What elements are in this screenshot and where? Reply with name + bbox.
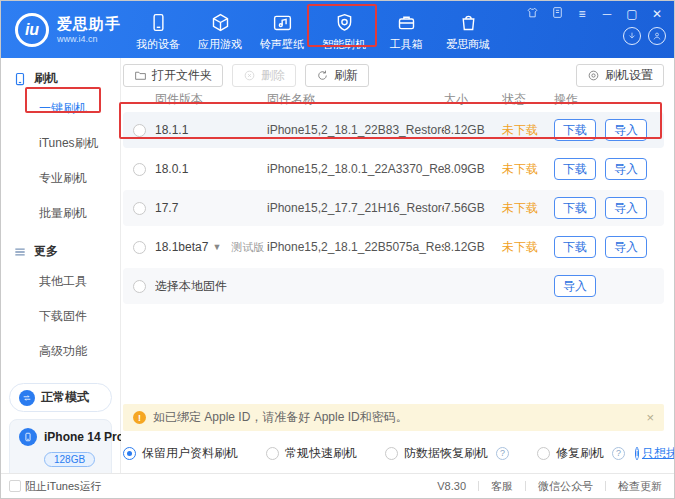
notice-close-icon[interactable]: × [646,410,654,425]
firmware-row[interactable]: 18.1.1 iPhone15,2_18.1_22B83_Restore.ips… [123,112,664,148]
shopping-bag-icon [458,12,479,33]
col-action: 操作 [554,91,658,108]
option-repair-flash[interactable]: 修复刷机 ? [537,445,625,462]
download-manager-icon[interactable] [623,27,641,45]
sidebar-section-flash: 刷机 [1,58,120,91]
nav-smart-flash[interactable]: 智能刷机 [319,8,369,52]
sidebar-item-pro-flash[interactable]: 专业刷机 [1,161,120,196]
firmware-version: 18.1.1 [155,123,267,137]
nav-apps-games[interactable]: 应用游戏 [195,8,245,52]
download-button[interactable]: 下载 [554,236,596,258]
firmware-row[interactable]: 18.0.1 iPhone15,2_18.0.1_22A3370_Restore… [123,151,664,187]
menu-icon[interactable]: ≡ [575,7,589,21]
app-window: iu 爱思助手 www.i4.cn 我的设备 应用游戏 铃声壁纸 智能刷机 [0,0,675,499]
sidebar-section-title: 更多 [34,243,58,260]
row-radio[interactable] [133,280,146,293]
nav-my-device[interactable]: 我的设备 [133,8,183,52]
empty-space [123,304,664,404]
sidebar-item-other-tools[interactable]: 其他工具 [1,264,120,299]
import-button[interactable]: 导入 [605,197,647,219]
nav-label: 铃声壁纸 [260,37,304,52]
divider [525,481,526,491]
option-label: 保留用户资料刷机 [142,445,238,462]
option-keep-user-data[interactable]: 保留用户资料刷机 [123,445,238,462]
support-link[interactable]: 客服 [491,479,513,494]
download-button[interactable]: 下载 [554,197,596,219]
divider [478,481,479,491]
firmware-name: iPhone15,2_17.7_21H16_Restore.ipsw [267,201,444,215]
nav-store[interactable]: 爱思商城 [443,8,493,52]
nav-label: 智能刷机 [322,37,366,52]
device-name: iPhone 14 Pro [44,430,124,444]
erase-only-link[interactable]: 只想抹除数据? [642,445,675,462]
firmware-row[interactable]: 18.1beta7 ▼ 测试版 iPhone15,2_18.1_22B5075a… [123,229,664,265]
music-folder-icon [272,12,293,33]
close-icon[interactable]: ✕ [650,7,664,21]
sidebar-item-batch-flash[interactable]: 批量刷机 [1,196,120,231]
firmware-row[interactable]: 17.7 iPhone15,2_17.7_21H16_Restore.ipsw … [123,190,664,226]
folder-icon [134,69,147,82]
status-bar: 阻止iTunes运行 V8.30 客服 微信公众号 检查更新 [1,473,674,498]
import-button[interactable]: 导入 [605,158,647,180]
account-icon[interactable] [648,27,666,45]
row-radio[interactable] [133,241,146,254]
import-button[interactable]: 导入 [605,236,647,258]
app-version: V8.30 [437,480,466,492]
option-label: 修复刷机 [556,445,604,462]
sidebar-section-more: 更多 [1,231,120,264]
col-size: 大小 [444,91,502,108]
option-anti-data-recovery-flash[interactable]: 防数据恢复刷机 ? [385,445,509,462]
help-icon[interactable]: ? [496,447,509,460]
option-normal-fast-flash[interactable]: 常规快速刷机 [266,445,357,462]
flash-settings-button[interactable]: 刷机设置 [576,64,664,87]
maximize-icon[interactable]: ▢ [625,7,639,21]
version-dropdown-icon[interactable]: ▼ [212,242,221,252]
sidebar-item-advanced[interactable]: 高级功能 [1,334,120,369]
row-radio[interactable] [133,124,146,137]
window-controls: ≡ ─ ▢ ✕ [525,6,664,22]
firmware-version: 17.7 [155,201,267,215]
button-label: 删除 [261,67,285,84]
mode-sync-icon [19,390,35,406]
firmware-size: 8.12GB [444,240,502,254]
menu-lines-icon [13,245,27,259]
firmware-toolbar: 打开文件夹 删除 刷新 刷机设置 [123,63,664,87]
button-label: 打开文件夹 [152,67,212,84]
block-itunes-option[interactable]: 阻止iTunes运行 [9,479,102,494]
minimize-icon[interactable]: ─ [600,7,614,21]
firmware-status: 未下载 [502,200,554,217]
local-firmware-row[interactable]: 选择本地固件 导入 [123,268,664,304]
col-name: 固件名称 [267,91,444,108]
row-radio[interactable] [133,163,146,176]
row-radio[interactable] [133,202,146,215]
download-button[interactable]: 下载 [554,119,596,141]
firmware-status: 未下载 [502,161,554,178]
import-button[interactable]: 导入 [554,275,596,297]
nav-toolbox[interactable]: 工具箱 [381,8,431,52]
radio-icon [385,447,398,460]
delete-button[interactable]: 删除 [232,64,296,87]
brand-title: 爱思助手 [57,15,121,34]
radio-icon [123,447,136,460]
wechat-link[interactable]: 微信公众号 [538,479,593,494]
feedback-icon[interactable] [550,6,564,22]
nav-ringtones-wallpapers[interactable]: 铃声壁纸 [257,8,307,52]
notice-text: 如已绑定 Apple ID，请准备好 Apple ID和密码。 [153,409,408,426]
check-update-link[interactable]: 检查更新 [618,479,662,494]
sidebar-item-download-firmware[interactable]: 下载固件 [1,299,120,334]
firmware-size: 8.12GB [444,123,502,137]
local-firmware-label: 选择本地固件 [155,278,267,295]
help-icon[interactable]: ? [612,447,625,460]
firmware-version: 18.0.1 [155,162,267,176]
download-button[interactable]: 下载 [554,158,596,180]
firmware-name: iPhone15,2_18.1_22B5075a_Restore.ipsw [267,240,444,254]
sidebar-item-itunes-flash[interactable]: iTunes刷机 [1,126,120,161]
phone-icon [148,12,169,33]
refresh-button[interactable]: 刷新 [305,64,369,87]
import-button[interactable]: 导入 [605,119,647,141]
theme-icon[interactable] [525,6,539,22]
device-mode-badge[interactable]: 正常模式 [9,383,112,412]
checkbox-label: 阻止iTunes运行 [25,479,102,494]
sidebar-item-one-click-flash[interactable]: 一键刷机 [1,91,120,126]
open-folder-button[interactable]: 打开文件夹 [123,64,223,87]
